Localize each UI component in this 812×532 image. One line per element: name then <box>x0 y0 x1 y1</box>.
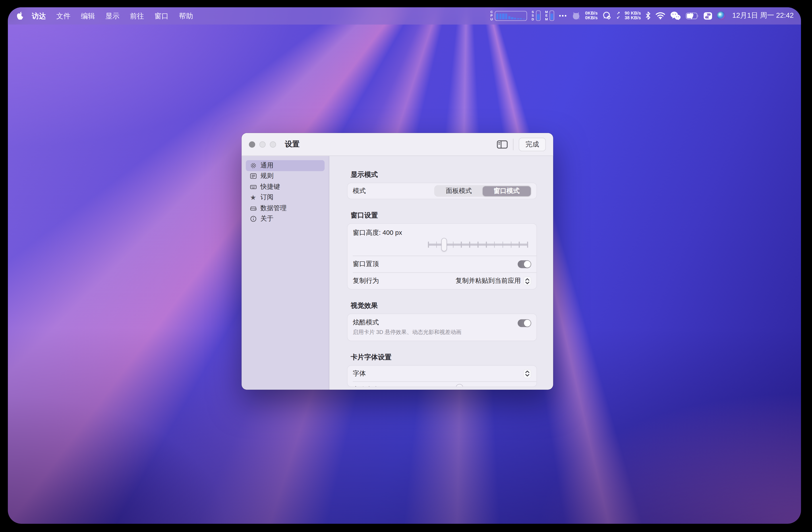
cat-status-icon[interactable] <box>572 11 580 20</box>
menubar-menu-edit[interactable]: 编辑 <box>76 7 100 25</box>
pin-window-toggle[interactable] <box>518 260 531 268</box>
mem-monitor-widget[interactable]: M E M <box>545 11 554 21</box>
ellipsis-menu-icon[interactable]: ••• <box>559 13 567 19</box>
pin-window-label: 窗口置顶 <box>353 260 379 269</box>
card-font-card: 字体 字体大小: 12 <box>347 365 537 387</box>
info-icon <box>249 215 257 223</box>
section-title-card-font: 卡片字体设置 <box>351 353 537 362</box>
slider-tick <box>461 241 462 248</box>
apple-menu-icon[interactable] <box>16 12 24 20</box>
menubar-left: 访达 文件 编辑 显示 前往 窗口 帮助 <box>16 7 198 25</box>
local-network-speed[interactable]: 0KB/s 0KB/s <box>585 11 598 21</box>
cpu-bar <box>511 17 513 19</box>
sidebar-item-label: 快捷键 <box>260 182 280 191</box>
menubar-clock[interactable]: 12月1日 周一 22:42 <box>732 11 794 20</box>
section-title-display-mode: 显示模式 <box>351 170 537 179</box>
sidebar-item-subscription[interactable]: ★ 订阅 <box>246 192 324 203</box>
section-title-window-settings: 窗口设置 <box>351 211 537 220</box>
control-center-icon[interactable] <box>704 12 712 20</box>
cpu-bar <box>508 16 510 19</box>
star-icon: ★ <box>249 194 257 201</box>
section-title-visual-effects: 视觉效果 <box>351 301 537 310</box>
ssd-gauge <box>536 11 540 21</box>
cool-mode-label: 炫酷模式 <box>353 318 462 327</box>
slider-tick <box>436 241 437 248</box>
zoom-button[interactable] <box>270 141 276 147</box>
drive-icon <box>249 205 257 212</box>
gear-icon <box>249 162 257 169</box>
network-arrows-icon: ↗↙ <box>617 12 620 20</box>
mem-gauge-fill <box>551 14 553 20</box>
window-height-slider-thumb[interactable] <box>441 238 447 251</box>
slider-tick <box>511 241 512 248</box>
sidebar-item-rules[interactable]: 规则 <box>246 171 324 181</box>
sidebar-item-about[interactable]: 关于 <box>246 213 324 224</box>
sidebar-item-shortcuts[interactable]: 快捷键 <box>246 181 324 192</box>
cool-mode-toggle[interactable] <box>518 319 531 327</box>
copy-behavior-label: 复制行为 <box>353 276 379 285</box>
window-height-slider[interactable] <box>428 238 528 251</box>
settings-window: 设置 完成 通用 <box>242 133 553 390</box>
window-height-label: 窗口高度: 400 px <box>353 228 531 237</box>
done-button[interactable]: 完成 <box>519 137 546 151</box>
segment-window-mode[interactable]: 窗口模式 <box>483 186 531 196</box>
ssd-gauge-fill <box>537 14 539 20</box>
slider-tick <box>527 241 528 248</box>
slider-tick <box>478 241 478 248</box>
slider-tick <box>494 241 495 248</box>
siri-icon[interactable] <box>717 12 725 20</box>
chat-loop-icon[interactable] <box>603 11 612 20</box>
close-button[interactable] <box>249 141 255 147</box>
segment-panel-mode[interactable]: 面板模式 <box>435 186 483 196</box>
cpu-bar <box>514 18 516 19</box>
menubar-menu-help[interactable]: 帮助 <box>174 7 198 25</box>
cpu-graph <box>495 11 527 21</box>
menubar-app-menu[interactable]: 访达 <box>27 7 51 25</box>
visual-effects-card: 炫酷模式 启用卡片 3D 悬停效果、动态光影和视差动画 <box>347 314 537 341</box>
window-settings-card: 窗口高度: 400 px 窗口置顶 <box>347 223 537 290</box>
toggle-knob <box>524 261 531 268</box>
menubar-menu-go[interactable]: 前往 <box>125 7 149 25</box>
menubar-status-area: C P U S S D M E M ••• 0KB/s 0KB/s <box>490 11 794 21</box>
slider-tick <box>519 241 520 248</box>
slider-tick <box>453 241 454 248</box>
sidebar-item-label: 订阅 <box>260 193 273 202</box>
mode-label: 模式 <box>353 187 366 195</box>
sidebar-item-label: 规则 <box>260 172 273 181</box>
wifi-icon[interactable] <box>655 12 665 19</box>
font-size-label: 字体大小: 12 <box>353 385 390 387</box>
traffic-lights <box>249 141 276 147</box>
cpu-bar <box>523 19 525 19</box>
wechat-icon[interactable] <box>670 12 681 20</box>
window-height-row: 窗口高度: 400 px <box>348 224 536 256</box>
cpu-bar <box>505 14 507 19</box>
slider-tick <box>469 241 470 248</box>
cpu-label: C P U <box>490 11 493 21</box>
toolbar-divider <box>513 138 513 150</box>
cpu-bar <box>499 14 502 19</box>
battery-charging-icon[interactable] <box>686 13 699 19</box>
sidebar-toggle-icon[interactable] <box>497 140 508 148</box>
cpu-monitor-widget[interactable]: C P U <box>490 11 527 21</box>
menubar-menu-file[interactable]: 文件 <box>52 7 75 25</box>
mem-label: M E M <box>545 11 548 21</box>
sidebar-item-data[interactable]: 数据管理 <box>246 203 324 213</box>
menubar-menu-view[interactable]: 显示 <box>101 7 124 25</box>
font-dropdown-icon[interactable] <box>523 369 531 378</box>
list-icon <box>249 173 257 180</box>
mem-gauge <box>550 11 554 21</box>
copy-behavior-value[interactable]: 复制并粘贴到当前应用 <box>455 276 521 285</box>
minimize-button[interactable] <box>259 141 266 147</box>
settings-content: 显示模式 模式 面板模式 窗口模式 窗口设置 窗口高度 <box>329 156 553 390</box>
cpu-bar <box>496 14 498 19</box>
cpu-bar <box>520 19 522 19</box>
sidebar-item-general[interactable]: 通用 <box>246 160 324 171</box>
menubar-menu-window[interactable]: 窗口 <box>150 7 173 25</box>
bluetooth-icon[interactable] <box>646 12 651 20</box>
display-area: 访达 文件 编辑 显示 前往 窗口 帮助 C P U S S D M E M <box>8 7 801 524</box>
window-titlebar[interactable]: 设置 完成 <box>242 133 553 156</box>
mode-segmented-control: 面板模式 窗口模式 <box>434 185 531 197</box>
wan-network-speed[interactable]: 90 KB/s 38 KB/s <box>625 11 641 21</box>
ssd-monitor-widget[interactable]: S S D <box>532 11 540 21</box>
copy-behavior-dropdown-icon[interactable] <box>523 276 531 285</box>
